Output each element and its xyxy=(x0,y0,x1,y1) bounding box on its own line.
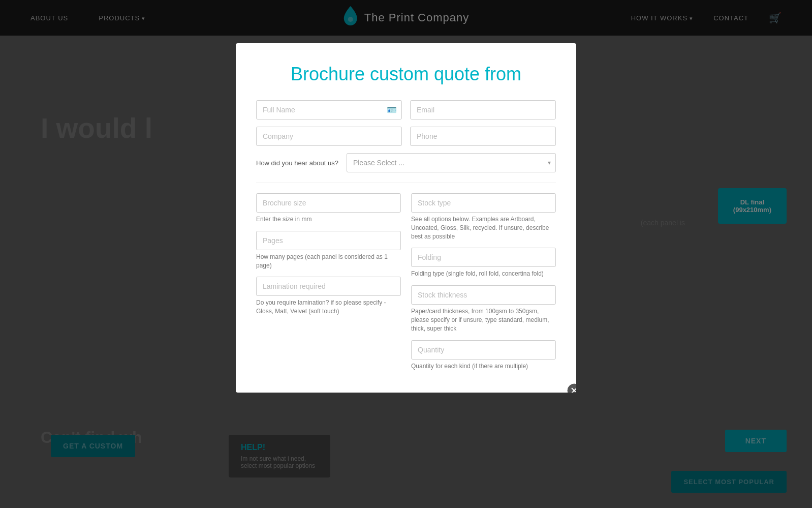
right-column: See all options below. Examples are Artb… xyxy=(411,193,556,377)
pages-group: How many pages (each panel is considered… xyxy=(256,231,401,270)
stock-thickness-hint: Paper/card thickness, from 100gsm to 350… xyxy=(411,307,556,333)
modal-dialog: Brochure custom quote from 🪪 How did you… xyxy=(236,43,576,393)
form-divider xyxy=(256,183,556,183)
folding-group: Folding type (single fold, roll fold, co… xyxy=(411,248,556,278)
company-field-wrapper xyxy=(256,127,402,146)
name-email-row: 🪪 xyxy=(256,100,556,119)
folding-input[interactable] xyxy=(411,248,556,267)
brochure-size-group: Enter the size in mm xyxy=(256,193,401,224)
quantity-input[interactable] xyxy=(411,340,556,360)
phone-field-wrapper xyxy=(410,127,556,146)
stock-type-hint: See all options below. Examples are Artb… xyxy=(411,215,556,241)
left-column: Enter the size in mm How many pages (eac… xyxy=(256,193,401,377)
modal-overlay: Brochure custom quote from 🪪 How did you… xyxy=(0,0,812,508)
modal-close-button[interactable] xyxy=(567,383,576,393)
brochure-size-input[interactable] xyxy=(256,193,401,213)
modal-title: Brochure custom quote from xyxy=(256,64,556,85)
hear-about-label: How did you hear about us? xyxy=(256,159,338,167)
full-name-field-wrapper: 🪪 xyxy=(256,100,402,119)
id-card-icon: 🪪 xyxy=(387,105,397,115)
lamination-group: Do you require lamination? if so please … xyxy=(256,277,401,316)
email-input[interactable] xyxy=(410,100,556,119)
brochure-size-hint: Enter the size in mm xyxy=(256,215,401,224)
pages-input[interactable] xyxy=(256,231,401,250)
folding-hint: Folding type (single fold, roll fold, co… xyxy=(411,270,556,278)
lamination-input[interactable] xyxy=(256,277,401,296)
two-col-section: Enter the size in mm How many pages (eac… xyxy=(256,193,556,377)
company-input[interactable] xyxy=(256,127,402,146)
hear-about-select-wrapper: Please Select ... Google Social Media Wo… xyxy=(347,153,556,172)
email-field-wrapper xyxy=(410,100,556,119)
phone-input[interactable] xyxy=(410,127,556,146)
stock-type-group: See all options below. Examples are Artb… xyxy=(411,193,556,241)
quantity-hint: Quantity for each kind (if there are mul… xyxy=(411,362,556,371)
hear-about-select[interactable]: Please Select ... Google Social Media Wo… xyxy=(347,153,556,172)
hear-about-row: How did you hear about us? Please Select… xyxy=(256,153,556,172)
quantity-group: Quantity for each kind (if there are mul… xyxy=(411,340,556,371)
stock-thickness-input[interactable] xyxy=(411,285,556,305)
stock-type-input[interactable] xyxy=(411,193,556,213)
full-name-input[interactable] xyxy=(256,100,402,119)
stock-thickness-group: Paper/card thickness, from 100gsm to 350… xyxy=(411,285,556,333)
company-phone-row xyxy=(256,127,556,146)
lamination-hint: Do you require lamination? if so please … xyxy=(256,298,401,316)
pages-hint: How many pages (each panel is considered… xyxy=(256,253,401,270)
